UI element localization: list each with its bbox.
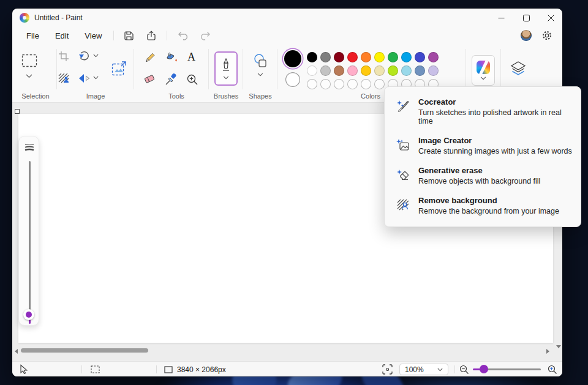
scroll-down-arrow[interactable]: [556, 345, 561, 348]
selection-icon: [21, 54, 37, 67]
palette-color-swatch[interactable]: [347, 52, 358, 62]
settings-gear-button[interactable]: [541, 30, 552, 41]
fill-tool-button[interactable]: [165, 52, 178, 64]
palette-color-swatch[interactable]: [320, 65, 331, 76]
remove-background-button[interactable]: [58, 73, 70, 83]
palette-empty-slot[interactable]: [320, 79, 331, 89]
menu-item-remove-background[interactable]: Remove background Remove the background …: [385, 191, 581, 221]
paint-app-icon: [20, 13, 29, 23]
zoom-slider-track[interactable]: [484, 368, 541, 370]
palette-empty-slot[interactable]: [334, 79, 344, 89]
redo-button[interactable]: [194, 29, 217, 42]
foreground-color-swatch[interactable]: [284, 50, 301, 67]
zoom-out-button[interactable]: [459, 362, 469, 377]
text-tool-button[interactable]: A: [187, 51, 195, 64]
brush-size-slider-thumb[interactable]: [23, 309, 34, 320]
menu-view[interactable]: View: [77, 29, 110, 43]
flip-dropdown[interactable]: [93, 76, 99, 80]
zoom-level-dropdown[interactable]: 100%: [399, 364, 448, 375]
palette-color-swatch[interactable]: [401, 65, 412, 76]
palette-color-swatch[interactable]: [374, 65, 385, 76]
copilot-flyout-menu: Cocreator Turn sketches into polished ar…: [384, 86, 581, 227]
menu-item-description: Create stunning images with just a few w…: [418, 147, 572, 155]
share-icon: [146, 31, 157, 41]
zoom-slider-thumb[interactable]: [480, 365, 488, 373]
palette-empty-slot[interactable]: [374, 79, 385, 89]
menu-item-title: Image Creator: [418, 136, 572, 145]
brushes-group-label: Brushes: [207, 92, 245, 100]
eraser-tool-button[interactable]: [143, 73, 156, 84]
palette-color-swatch[interactable]: [428, 65, 439, 76]
horizontal-scrollbar-thumb[interactable]: [21, 348, 148, 353]
palette-color-swatch[interactable]: [347, 65, 358, 76]
shapes-dropdown[interactable]: [257, 73, 263, 77]
color-picker-tool-button[interactable]: [165, 73, 177, 86]
menu-item-description: Remove objects with background fill: [418, 177, 540, 185]
magnifier-tool-button[interactable]: [186, 73, 198, 86]
chevron-down-icon: [26, 74, 32, 78]
palette-color-swatch[interactable]: [361, 65, 371, 76]
scroll-left-arrow[interactable]: [15, 349, 18, 354]
tools-group-label: Tools: [146, 92, 207, 100]
shapes-button[interactable]: [252, 53, 268, 69]
scroll-right-arrow[interactable]: [546, 349, 549, 354]
palette-color-swatch[interactable]: [320, 52, 331, 62]
crop-button[interactable]: [58, 51, 69, 62]
palette-color-swatch[interactable]: [307, 52, 317, 62]
palette-color-swatch[interactable]: [388, 52, 398, 62]
menubar-separator: [167, 31, 167, 40]
palette-empty-slot[interactable]: [347, 79, 358, 89]
resize-image-button[interactable]: [111, 61, 127, 76]
menu-item-cocreator[interactable]: Cocreator Turn sketches into polished ar…: [385, 92, 581, 131]
maximize-button[interactable]: [513, 9, 539, 27]
minimize-button[interactable]: [488, 9, 514, 27]
palette-row-1: [307, 52, 439, 62]
menu-item-generative-erase[interactable]: Generative erase Remove objects with bac…: [385, 161, 581, 191]
pencil-tool-button[interactable]: [143, 52, 156, 64]
zoom-in-icon: [548, 365, 557, 375]
canvas-size-icon: [164, 366, 173, 373]
save-button[interactable]: [118, 29, 140, 43]
fit-to-screen-button[interactable]: [382, 362, 393, 377]
palette-color-swatch[interactable]: [361, 52, 371, 62]
account-avatar[interactable]: [521, 30, 532, 41]
palette-color-swatch[interactable]: [415, 52, 425, 62]
palette-color-swatch[interactable]: [415, 65, 425, 76]
rotate-dropdown[interactable]: [93, 54, 99, 58]
eyedropper-icon: [165, 73, 177, 86]
palette-empty-slot[interactable]: [361, 79, 371, 89]
menu-edit[interactable]: Edit: [47, 29, 77, 43]
menu-item-image-creator[interactable]: Image Creator Create stunning images wit…: [385, 131, 581, 161]
menu-item-description: Turn sketches into polished artwork in r…: [418, 108, 572, 125]
palette-color-swatch[interactable]: [388, 65, 398, 76]
share-button[interactable]: [140, 29, 163, 43]
menu-file[interactable]: File: [18, 29, 47, 43]
palette-empty-slot[interactable]: [307, 79, 317, 89]
copilot-button[interactable]: [472, 55, 495, 86]
selection-dropdown[interactable]: [26, 74, 32, 78]
close-button[interactable]: [538, 9, 564, 27]
canvas-resize-handle[interactable]: [15, 109, 20, 114]
brushes-button[interactable]: [214, 51, 238, 86]
brush-size-slider-track[interactable]: [29, 161, 31, 318]
zoom-in-button[interactable]: [548, 362, 557, 377]
palette-color-swatch[interactable]: [307, 65, 317, 76]
zoom-level-value: 100%: [405, 365, 424, 374]
palette-color-swatch[interactable]: [334, 52, 344, 62]
statusbar: 3840 × 2066px 100%: [12, 361, 562, 376]
minimize-icon: [498, 15, 505, 21]
undo-button[interactable]: [171, 29, 194, 42]
palette-color-swatch[interactable]: [401, 52, 412, 62]
flip-icon: [78, 73, 91, 84]
selection-group-label: Selection: [15, 92, 56, 100]
rotate-button[interactable]: [78, 51, 91, 62]
background-color-swatch[interactable]: [285, 72, 300, 87]
palette-color-swatch[interactable]: [334, 65, 344, 76]
selection-tool-button[interactable]: [21, 53, 38, 69]
palette-color-swatch[interactable]: [428, 52, 439, 62]
titlebar[interactable]: Untitled - Paint: [12, 9, 562, 27]
palette-color-swatch[interactable]: [374, 52, 385, 62]
layers-button[interactable]: [510, 61, 527, 77]
rotate-icon: [78, 51, 91, 62]
flip-button[interactable]: [78, 73, 91, 84]
